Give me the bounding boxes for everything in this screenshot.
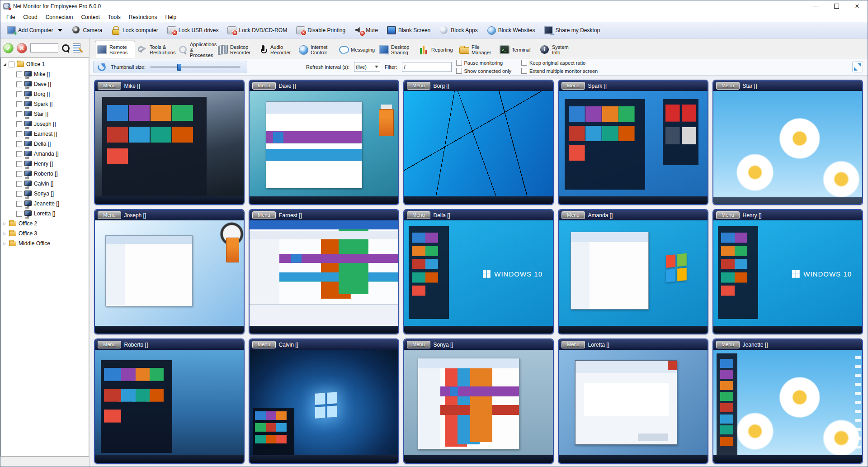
tile-menu-button[interactable]: Menu [252,211,276,219]
close-button[interactable] [847,0,868,12]
refresh-interval-select[interactable]: (live) [354,62,380,72]
menu-cloud[interactable]: Cloud [19,13,41,21]
tile-menu-button[interactable]: Menu [252,341,276,348]
search-icon[interactable] [61,44,70,52]
tree-item-earnest[interactable]: Earnest [] [1,129,89,139]
checkbox[interactable] [521,68,527,74]
remote-screen-thumbnail[interactable] [404,350,553,463]
connect-button[interactable] [3,43,14,53]
tab-applications-processes[interactable]: Applications &Processes [175,41,216,58]
minimize-button[interactable] [805,0,826,12]
expand-arrow-icon[interactable] [3,63,6,66]
checkbox[interactable] [456,60,462,66]
remote-screen-thumbnail[interactable]: WINDOWS 10 [404,220,553,334]
tile-menu-button[interactable]: Menu [98,211,121,219]
chevron-down-icon[interactable] [58,29,62,32]
extend-monitor-checkbox[interactable]: Extend multiple monitor screen [521,67,598,75]
remote-screen-thumbnail[interactable] [95,220,244,334]
tree-item-dave[interactable]: Dave [] [1,79,89,89]
fullscreen-icon[interactable] [852,62,863,72]
menu-help[interactable]: Help [161,13,180,21]
computer-checkbox[interactable] [16,121,22,127]
tree-item-spark[interactable]: Spark [] [1,99,89,109]
remote-screen-thumbnail[interactable] [95,350,244,463]
tree-item-amanda[interactable]: Amanda [] [1,149,89,159]
refresh-icon[interactable] [97,62,106,71]
tile-menu-button[interactable]: Menu [716,82,740,90]
tab-file-manager[interactable]: FileManager [457,41,497,58]
tab-desktop-recorder[interactable]: DesktopRecorder [216,41,256,58]
computer-checkbox[interactable] [16,161,22,167]
menu-file[interactable]: File [2,13,19,21]
computer-checkbox[interactable] [16,171,22,177]
tree-group-office1[interactable]: Office 1 [1,59,89,69]
block-websites-button[interactable]: Block Websites [483,24,541,37]
lock-usb-button[interactable]: Lock USB drives [164,24,224,37]
computer-checkbox[interactable] [16,131,22,137]
tree-item-jeanette[interactable]: Jeanette [] [1,199,89,209]
remote-screen-thumbnail[interactable] [559,220,708,334]
tile-menu-button[interactable]: Menu [407,211,430,219]
menu-tools[interactable]: Tools [104,13,125,21]
lock-computer-button[interactable]: Lock computer [108,24,164,37]
tree-group-office2[interactable]: ▷Office 2 [1,219,89,229]
computer-checkbox[interactable] [16,91,22,97]
remote-screen-thumbnail[interactable] [713,350,862,463]
collapse-arrow-icon[interactable]: ▷ [3,241,7,246]
tile-menu-button[interactable]: Menu [561,341,585,348]
tree-item-roberto[interactable]: Roberto [] [1,169,89,179]
checkbox[interactable] [456,68,462,74]
tab-remote-screens[interactable]: RemoteScreens [95,41,135,58]
tree-group-office3[interactable]: ▷Office 3 [1,229,89,238]
tree-item-loretta[interactable]: Loretta [] [1,209,89,219]
filter-input[interactable] [402,62,452,72]
computer-checkbox[interactable] [16,191,22,197]
mute-button[interactable]: Mute [351,24,383,37]
computer-checkbox[interactable] [16,101,22,107]
tree-item-borg[interactable]: Borg [] [1,89,89,99]
disable-printing-button[interactable]: Disable Printing [292,24,351,37]
pause-monitoring-checkbox[interactable]: Pause monitoring [456,59,512,67]
tree-item-della[interactable]: Della [] [1,139,89,149]
lock-dvd-button[interactable]: Lock DVD/CD-ROM [224,24,292,37]
blank-screen-button[interactable]: Blank Screen [383,24,436,37]
remote-screen-thumbnail[interactable] [713,91,862,204]
remote-screen-thumbnail[interactable] [250,350,398,463]
computer-checkbox[interactable] [16,211,22,217]
remote-screen-thumbnail[interactable] [559,350,708,463]
keep-aspect-ratio-checkbox[interactable]: Keep original aspect ratio [521,59,598,67]
computer-checkbox[interactable] [16,181,22,187]
remote-screen-thumbnail[interactable] [404,91,553,204]
tree-item-star[interactable]: Star [] [1,109,89,119]
thumbnail-size-slider[interactable] [150,66,241,68]
notes-icon[interactable] [73,43,80,52]
search-input[interactable] [30,43,58,52]
tile-menu-button[interactable]: Menu [561,211,585,219]
show-connected-only-checkbox[interactable]: Show connected only [456,67,512,75]
collapse-arrow-icon[interactable]: ▷ [3,221,7,226]
tree-item-joseph[interactable]: Joseph [] [1,119,89,129]
maximize-button[interactable] [826,0,847,12]
tab-system-info[interactable]: SystemInfo [538,41,578,58]
tile-menu-button[interactable]: Menu [252,82,276,90]
tab-messaging[interactable]: Messaging [336,41,377,58]
tree-item-calvin[interactable]: Calvin [] [1,179,89,189]
tile-menu-button[interactable]: Menu [716,211,740,219]
tile-menu-button[interactable]: Menu [98,82,121,90]
remote-screen-thumbnail[interactable] [559,91,708,204]
camera-button[interactable]: Camera [68,24,108,37]
menu-context[interactable]: Context [77,13,104,21]
remote-screen-thumbnail[interactable] [250,220,398,334]
group-checkbox[interactable] [9,62,14,67]
disconnect-button[interactable] [17,43,27,53]
computer-checkbox[interactable] [16,111,22,117]
tile-menu-button[interactable]: Menu [716,341,740,348]
share-desktop-button[interactable]: Share my Desktop [540,24,605,37]
computer-checkbox[interactable] [16,71,22,77]
tab-reporting[interactable]: Reporting [417,41,457,58]
tree-group-middle-office[interactable]: ▷Middle Office [1,238,89,248]
computer-checkbox[interactable] [16,81,22,87]
tab-desktop-sharing[interactable]: DesktopSharing [377,41,417,58]
tree-item-henry[interactable]: Henry [] [1,159,89,169]
add-computer-button[interactable]: Add Computer [3,24,68,37]
